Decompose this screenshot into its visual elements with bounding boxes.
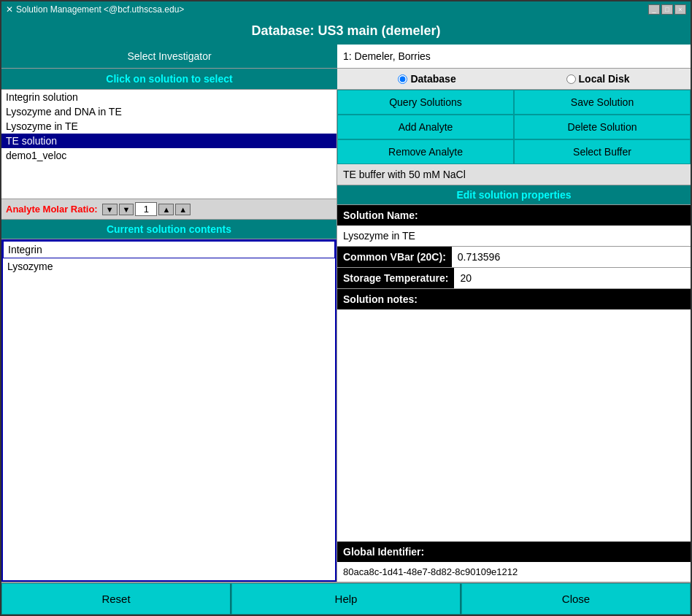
molar-value-input[interactable] [135, 202, 157, 216]
contents-item-integrin[interactable]: Integrin [3, 241, 335, 258]
vbar-value: 0.713596 [452, 247, 691, 267]
molar-up2-btn[interactable]: ▲ [175, 204, 191, 215]
title-bar: ✕ Solution Management <@bcf.uthscsa.edu>… [1, 1, 691, 18]
radio-database[interactable]: Database [398, 73, 455, 85]
molar-ratio-row: Analyte Molar Ratio: ▼ ▼ ▲ ▲ [1, 199, 337, 220]
close-window-button[interactable]: Close [461, 583, 691, 615]
solution-header-label: Click on solution to select [1, 69, 337, 89]
maximize-button[interactable]: □ [661, 4, 673, 15]
solution-item-integrin[interactable]: Integrin solution [1, 90, 337, 104]
global-id-value: 80aca8c-1d41-48e7-8d82-8c90109e1212 [337, 562, 691, 582]
radio-database-label: Database [410, 73, 455, 85]
radio-localdisk-input[interactable] [566, 74, 576, 84]
current-contents-header: Current solution contents [1, 220, 337, 239]
vbar-label: Common VBar (20C): [337, 247, 452, 267]
footer-row: Reset Help Close [1, 582, 691, 615]
solution-name-label: Solution Name: [337, 205, 691, 226]
investigator-value: 1: Demeler, Borries [337, 45, 691, 68]
solution-item-lysozyme-dna[interactable]: Lysozyme and DNA in TE [1, 104, 337, 119]
action-buttons: Query Solutions Save Solution Add Analyt… [337, 90, 691, 164]
solution-item-te[interactable]: TE solution [1, 134, 337, 148]
add-analyte-button[interactable]: Add Analyte [337, 115, 514, 139]
radio-row: Database Local Disk [337, 69, 691, 89]
molar-controls: ▼ ▼ ▲ ▲ [102, 202, 191, 216]
main-window: ✕ Solution Management <@bcf.uthscsa.edu>… [0, 0, 692, 616]
minimize-button[interactable]: _ [648, 4, 660, 15]
save-solution-button[interactable]: Save Solution [514, 90, 691, 115]
body-row: Integrin solution Lysozyme and DNA in TE… [1, 90, 691, 582]
right-panel: Query Solutions Save Solution Add Analyt… [337, 90, 691, 582]
contents-list: Integrin Lysozyme [1, 239, 337, 582]
title-bar-controls: _ □ × [648, 4, 686, 15]
window-title: Solution Management <@bcf.uthscsa.edu> [16, 4, 184, 15]
investigator-label: Select Investigator [1, 45, 337, 68]
left-panel: Integrin solution Lysozyme and DNA in TE… [1, 90, 337, 582]
title-bar-left: ✕ Solution Management <@bcf.uthscsa.edu> [6, 4, 184, 15]
radio-localdisk-label: Local Disk [579, 73, 630, 85]
solution-list: Integrin solution Lysozyme and DNA in TE… [1, 90, 337, 199]
molar-down2-btn[interactable]: ▼ [119, 204, 134, 215]
solution-item-demo1[interactable]: demo1_veloc [1, 148, 337, 163]
remove-analyte-button[interactable]: Remove Analyte [337, 139, 514, 164]
delete-solution-button[interactable]: Delete Solution [514, 115, 691, 139]
close-button[interactable]: × [674, 4, 686, 15]
radio-database-input[interactable] [398, 74, 407, 84]
investigator-row: Select Investigator 1: Demeler, Borries [1, 45, 691, 69]
solution-item-lysozyme-te[interactable]: Lysozyme in TE [1, 119, 337, 134]
solution-header-row: Click on solution to select Database Loc… [1, 69, 691, 90]
select-buffer-button[interactable]: Select Buffer [514, 139, 691, 164]
global-id-header: Global Identifier: [337, 542, 691, 562]
storage-temp-row: Storage Temperature: 20 [337, 268, 691, 289]
help-button[interactable]: Help [231, 583, 461, 615]
molar-down-btn[interactable]: ▼ [102, 204, 118, 215]
storage-temp-value: 20 [454, 268, 691, 288]
solution-notes-header: Solution notes: [337, 289, 691, 309]
db-header: Database: US3 main (demeler) [1, 18, 691, 45]
buffer-display: TE buffer with 50 mM NaCl [337, 164, 691, 185]
reset-button[interactable]: Reset [1, 583, 231, 615]
solution-notes-area[interactable] [337, 309, 691, 542]
query-solutions-button[interactable]: Query Solutions [337, 90, 514, 115]
solution-name-value: Lysozyme in TE [337, 226, 691, 247]
molar-ratio-label: Analyte Molar Ratio: [6, 204, 98, 215]
vbar-row: Common VBar (20C): 0.713596 [337, 247, 691, 268]
edit-header: Edit solution properties [337, 185, 691, 205]
storage-temp-label: Storage Temperature: [337, 268, 454, 288]
contents-item-lysozyme[interactable]: Lysozyme [3, 258, 335, 274]
radio-localdisk[interactable]: Local Disk [566, 73, 630, 85]
molar-up-btn[interactable]: ▲ [158, 204, 174, 215]
app-icon: ✕ [6, 4, 13, 15]
